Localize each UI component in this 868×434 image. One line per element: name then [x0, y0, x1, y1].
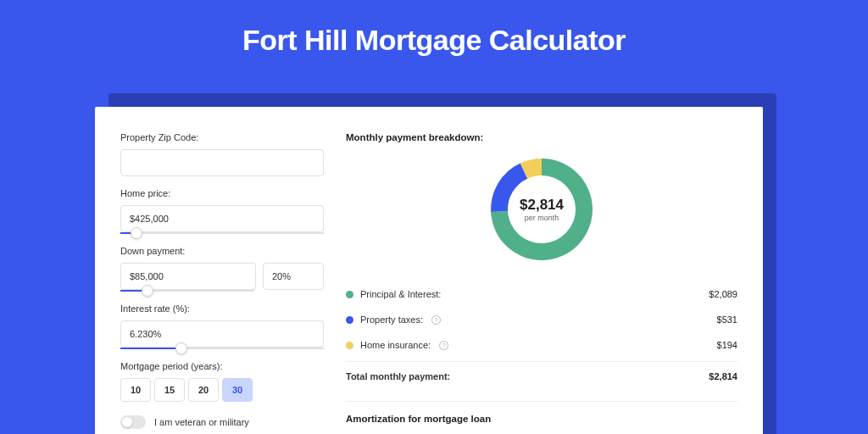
legend: Principal & Interest:$2,089Property taxe… [346, 281, 737, 358]
legend-value: $2,089 [709, 289, 737, 299]
legend-value: $194 [717, 340, 737, 350]
home-price-slider[interactable] [120, 232, 324, 234]
legend-value: $531 [717, 314, 737, 325]
legend-label: Home insurance: [360, 340, 431, 350]
home-price-input[interactable] [120, 205, 324, 232]
info-icon[interactable]: ? [431, 315, 441, 325]
legend-dot [346, 316, 353, 324]
zip-input[interactable] [120, 149, 324, 176]
veteran-toggle-label: I am veteran or military [154, 417, 249, 427]
down-payment-amount-input[interactable] [120, 263, 256, 290]
period-option-10[interactable]: 10 [120, 378, 151, 402]
interest-rate-slider-thumb[interactable] [175, 342, 187, 354]
down-payment-slider[interactable] [120, 290, 254, 292]
period-option-30[interactable]: 30 [222, 378, 253, 402]
breakdown-title: Monthly payment breakdown: [346, 132, 737, 142]
legend-label: Property taxes: [360, 314, 423, 325]
interest-rate-input[interactable] [120, 320, 324, 348]
amortization-title: Amortization for mortgage loan [346, 414, 737, 424]
zip-label: Property Zip Code: [120, 132, 324, 142]
donut-chart: $2,814 per month [487, 154, 597, 264]
legend-row: Property taxes:?$531 [346, 307, 737, 332]
info-icon[interactable]: ? [439, 341, 448, 350]
legend-total-value: $2,814 [709, 371, 737, 381]
interest-rate-slider-fill [120, 348, 181, 349]
down-payment-label: Down payment: [120, 246, 324, 256]
form-column: Property Zip Code: Home price: Down paym… [120, 132, 324, 434]
interest-rate-field-group: Interest rate (%): [120, 303, 324, 349]
zip-field-group: Property Zip Code: [120, 132, 324, 176]
home-price-field-group: Home price: [120, 188, 324, 234]
down-payment-slider-thumb[interactable] [142, 285, 153, 297]
breakdown-column: Monthly payment breakdown: $2,814 per mo… [346, 132, 737, 434]
legend-total-label: Total monthly payment: [346, 371, 450, 381]
period-label: Mortgage period (years): [120, 361, 324, 371]
calculator-card: Property Zip Code: Home price: Down paym… [95, 107, 763, 434]
legend-dot [346, 291, 353, 298]
donut-center: $2,814 per month [520, 197, 564, 222]
veteran-toggle[interactable] [120, 415, 146, 429]
interest-rate-label: Interest rate (%): [120, 303, 324, 314]
legend-total-row: Total monthly payment: $2,814 [346, 361, 737, 389]
interest-rate-slider[interactable] [120, 348, 324, 349]
period-option-20[interactable]: 20 [188, 378, 219, 402]
down-payment-percent-input[interactable] [263, 263, 324, 290]
legend-row: Principal & Interest:$2,089 [346, 281, 737, 307]
legend-dot [346, 342, 353, 349]
period-field-group: Mortgage period (years): 10152030 [120, 361, 324, 402]
down-payment-field-group: Down payment: [120, 246, 324, 292]
legend-row: Home insurance:?$194 [346, 332, 737, 358]
page-title: Fort Hill Mortgage Calculator [0, 0, 868, 75]
amortization-section: Amortization for mortgage loan Amortizat… [346, 401, 737, 434]
veteran-toggle-row: I am veteran or military [120, 415, 324, 429]
donut-sub: per month [520, 214, 564, 222]
legend-label: Principal & Interest: [360, 289, 441, 299]
home-price-slider-thumb[interactable] [131, 227, 142, 239]
home-price-label: Home price: [120, 188, 324, 198]
period-options: 10152030 [120, 378, 324, 402]
donut-chart-wrap: $2,814 per month [346, 154, 737, 264]
period-option-15[interactable]: 15 [154, 378, 185, 402]
veteran-toggle-knob [122, 417, 132, 427]
donut-amount: $2,814 [520, 197, 564, 214]
